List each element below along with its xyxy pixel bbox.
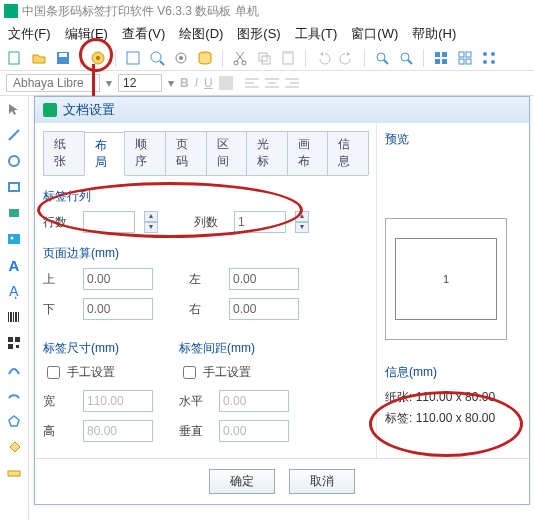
gap-h-label: 水平	[179, 393, 209, 410]
polygon-tool-icon[interactable]	[5, 412, 23, 430]
fillrect-tool-icon[interactable]	[5, 204, 23, 222]
copy-icon[interactable]	[255, 49, 273, 67]
margin-bottom-input[interactable]	[83, 298, 153, 320]
group-label-size-header: 标签尺寸(mm)	[43, 340, 153, 357]
new-doc-icon[interactable]	[6, 49, 24, 67]
line-tool-icon[interactable]	[5, 126, 23, 144]
margin-left-input[interactable]	[229, 268, 299, 290]
svg-rect-53	[18, 312, 19, 322]
svg-rect-21	[435, 52, 440, 57]
tab-info[interactable]: 信息	[327, 131, 369, 175]
tab-range[interactable]: 区间	[206, 131, 248, 175]
svg-line-18	[384, 60, 388, 64]
font-select[interactable]: Abhaya Libre	[6, 74, 100, 92]
height-input[interactable]	[83, 420, 153, 442]
gap-manual-checkbox[interactable]	[183, 366, 196, 379]
group-label-size: 标签尺寸(mm) 手工设置 宽 高	[43, 340, 153, 450]
menu-tool[interactable]: 工具(T)	[295, 25, 338, 43]
underline-icon[interactable]: U	[204, 76, 213, 90]
search-icon[interactable]	[373, 49, 391, 67]
search2-icon[interactable]	[397, 49, 415, 67]
bold-icon[interactable]: B	[180, 76, 189, 90]
svg-rect-5	[127, 52, 139, 64]
svg-line-20	[408, 60, 412, 64]
svg-rect-50	[10, 312, 12, 322]
menu-draw[interactable]: 绘图(D)	[179, 25, 223, 43]
gap-v-input[interactable]	[219, 420, 289, 442]
preview-box: 1	[385, 218, 507, 340]
curve-tool-icon[interactable]	[5, 360, 23, 378]
tab-layout[interactable]: 布局	[84, 132, 126, 176]
width-input[interactable]	[83, 390, 153, 412]
bucket-tool-icon[interactable]	[5, 438, 23, 456]
margin-right-input[interactable]	[229, 298, 299, 320]
svg-point-29	[483, 52, 487, 56]
svg-rect-55	[15, 337, 20, 342]
tab-cursor[interactable]: 光标	[246, 131, 288, 175]
italic-icon[interactable]: I	[195, 76, 198, 90]
menu-help[interactable]: 帮助(H)	[412, 25, 456, 43]
ok-button[interactable]: 确定	[209, 469, 275, 494]
cancel-button[interactable]: 取消	[289, 469, 355, 494]
open-icon[interactable]	[30, 49, 48, 67]
svg-rect-56	[8, 344, 13, 349]
gap-h-input[interactable]	[219, 390, 289, 412]
undo-icon[interactable]	[314, 49, 332, 67]
align-center-icon[interactable]	[265, 76, 279, 90]
tab-page[interactable]: 页码	[165, 131, 207, 175]
group-margin: 页面边算(mm) 上 左 下 右	[43, 245, 368, 320]
color-icon[interactable]	[219, 76, 233, 90]
zoom-in-icon[interactable]	[148, 49, 166, 67]
document-setup-dialog: 文档设置 纸张 布局 顺序 页码 区间 光标 画布 信息 标签行列 行数	[34, 96, 530, 505]
database-icon[interactable]	[196, 49, 214, 67]
save-icon[interactable]	[54, 49, 72, 67]
grid1-icon[interactable]	[432, 49, 450, 67]
pointer-tool-icon[interactable]	[5, 100, 23, 118]
menu-database[interactable]: 图形(S)	[237, 25, 280, 43]
preview-number: 1	[443, 273, 449, 285]
window-titlebar: 中国条形码标签打印软件 V6.3.3 数码板 单机	[0, 0, 534, 22]
arc-tool-icon[interactable]	[5, 386, 23, 404]
svg-rect-26	[466, 52, 471, 57]
svg-rect-14	[262, 56, 270, 64]
svg-point-17	[377, 53, 385, 61]
settings-icon[interactable]	[172, 49, 190, 67]
svg-rect-0	[9, 52, 19, 64]
paste-icon[interactable]	[279, 49, 297, 67]
qr-tool-icon[interactable]	[5, 334, 23, 352]
text-tool-icon[interactable]: A	[5, 256, 23, 274]
svg-rect-47	[8, 234, 20, 244]
barcode-tool-icon[interactable]	[5, 308, 23, 326]
size-manual-checkbox[interactable]	[47, 366, 60, 379]
svg-point-9	[179, 56, 183, 60]
grid2-icon[interactable]	[456, 49, 474, 67]
align-left-icon[interactable]	[245, 76, 259, 90]
redo-icon[interactable]	[338, 49, 356, 67]
align-right-icon[interactable]	[285, 76, 299, 90]
rect-tool-icon[interactable]	[5, 178, 23, 196]
tab-paper[interactable]: 纸张	[43, 131, 85, 175]
tab-canvas[interactable]: 画布	[287, 131, 329, 175]
grid3-icon[interactable]	[480, 49, 498, 67]
circle-tool-icon[interactable]	[5, 152, 23, 170]
font-size[interactable]: 12	[118, 74, 162, 92]
menu-window[interactable]: 窗口(W)	[351, 25, 398, 43]
richtext-tool-icon[interactable]: Aͅ	[5, 282, 23, 300]
group-margin-header: 页面边算(mm)	[43, 245, 368, 262]
svg-point-32	[491, 60, 495, 64]
svg-rect-13	[259, 53, 267, 61]
menu-view[interactable]: 查看(V)	[122, 25, 165, 43]
image-tool-icon[interactable]	[5, 230, 23, 248]
svg-rect-33	[219, 76, 233, 90]
margin-top-input[interactable]	[83, 268, 153, 290]
svg-rect-23	[435, 59, 440, 64]
menu-file[interactable]: 文件(F)	[8, 25, 51, 43]
preview-label: 1	[395, 238, 497, 320]
dialog-buttons: 确定 取消	[35, 458, 529, 504]
tab-order[interactable]: 顺序	[124, 131, 166, 175]
svg-rect-2	[59, 53, 67, 57]
ruler-tool-icon[interactable]	[5, 464, 23, 482]
cut-icon[interactable]	[231, 49, 249, 67]
svg-rect-54	[8, 337, 13, 342]
zoom-fit-icon[interactable]	[124, 49, 142, 67]
